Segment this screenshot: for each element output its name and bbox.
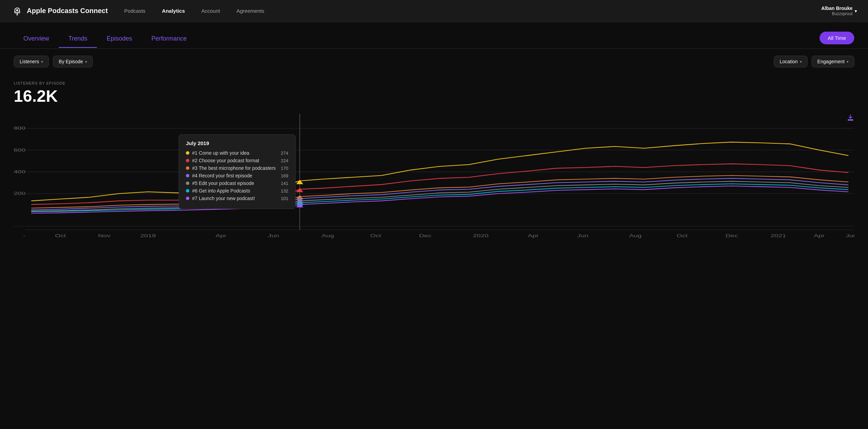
tab-episodes[interactable]: Episodes: [97, 32, 142, 48]
svg-text:Dec: Dec: [725, 233, 738, 238]
svg-text:Jun: Jun: [846, 233, 854, 238]
svg-text:Apr: Apr: [814, 233, 825, 238]
tabs: Overview Trends Episodes Performance: [14, 32, 196, 48]
engagement-filter-chevron: ▾: [847, 60, 848, 64]
chart-section: LISTENERS BY EPISODE 16.2K 800 600 400 2…: [0, 74, 868, 244]
svg-text:-: -: [23, 233, 25, 238]
nav-user-name: Alban Brouke: [821, 5, 853, 11]
engagement-filter-label: Engagement: [817, 59, 845, 64]
chart-container: 800 600 400 200: [14, 114, 854, 244]
nav-user-sub: Buzzsprout: [821, 11, 853, 17]
nav-account[interactable]: Account: [201, 7, 220, 15]
chart-value: 16.2K: [14, 87, 854, 106]
nav-user-chevron: ▾: [855, 8, 857, 14]
chart-svg: 800 600 400 200: [14, 114, 854, 244]
download-icon[interactable]: [847, 114, 854, 123]
svg-text:2020: 2020: [473, 233, 488, 238]
filters-row: Listeners ▾ By Episode ▾ Location ▾ Enga…: [0, 49, 868, 74]
svg-text:400: 400: [14, 169, 25, 174]
brand: Apple Podcasts Connect: [11, 5, 108, 17]
svg-text:Aug: Aug: [322, 233, 334, 238]
location-filter-label: Location: [780, 59, 798, 64]
location-filter-chevron: ▾: [800, 60, 802, 64]
listeners-filter-label: Listeners: [20, 59, 39, 64]
by-episode-filter[interactable]: By Episode ▾: [53, 56, 93, 67]
svg-text:200: 200: [14, 191, 25, 196]
svg-text:Oct: Oct: [370, 233, 381, 238]
svg-text:Jun: Jun: [268, 233, 279, 238]
svg-text:Aug: Aug: [629, 233, 642, 238]
svg-text:Oct: Oct: [677, 233, 688, 238]
all-time-button[interactable]: All Time: [820, 32, 854, 44]
svg-text:Apr: Apr: [215, 233, 226, 238]
brand-title: Apple Podcasts Connect: [27, 7, 108, 15]
svg-text:Apr: Apr: [528, 233, 539, 238]
tab-performance[interactable]: Performance: [142, 32, 196, 48]
nav-agreements[interactable]: Agreements: [236, 7, 264, 15]
svg-rect-3: [17, 13, 18, 15]
svg-text:Dec: Dec: [419, 233, 432, 238]
nav-analytics[interactable]: Analytics: [162, 7, 185, 15]
svg-point-2: [16, 9, 18, 11]
brand-icon: [11, 5, 23, 17]
filters-right: Location ▾ Engagement ▾: [774, 56, 854, 67]
tabs-bar: Overview Trends Episodes Performance All…: [0, 22, 868, 49]
filters-left: Listeners ▾ By Episode ▾: [14, 56, 93, 67]
nav-links: Podcasts Analytics Account Agreements: [124, 7, 821, 15]
topnav: Apple Podcasts Connect Podcasts Analytic…: [0, 0, 868, 22]
listeners-filter[interactable]: Listeners ▾: [14, 56, 49, 67]
svg-text:Oct: Oct: [55, 233, 66, 238]
svg-text:600: 600: [14, 148, 25, 153]
svg-text:800: 800: [14, 126, 25, 131]
svg-text:Nov: Nov: [98, 233, 111, 238]
tab-trends[interactable]: Trends: [59, 32, 97, 48]
engagement-filter[interactable]: Engagement ▾: [812, 56, 854, 67]
chart-label: LISTENERS BY EPISODE: [14, 81, 854, 85]
svg-text:2019: 2019: [140, 233, 156, 238]
tab-overview[interactable]: Overview: [14, 32, 59, 48]
location-filter[interactable]: Location ▾: [774, 56, 808, 67]
by-episode-filter-label: By Episode: [59, 59, 83, 64]
svg-text:Jun: Jun: [577, 233, 589, 238]
by-episode-filter-chevron: ▾: [85, 60, 87, 64]
listeners-filter-chevron: ▾: [41, 60, 43, 64]
nav-podcasts[interactable]: Podcasts: [124, 7, 146, 15]
nav-user[interactable]: Alban Brouke Buzzsprout ▾: [821, 5, 857, 17]
svg-text:2021: 2021: [771, 233, 786, 238]
